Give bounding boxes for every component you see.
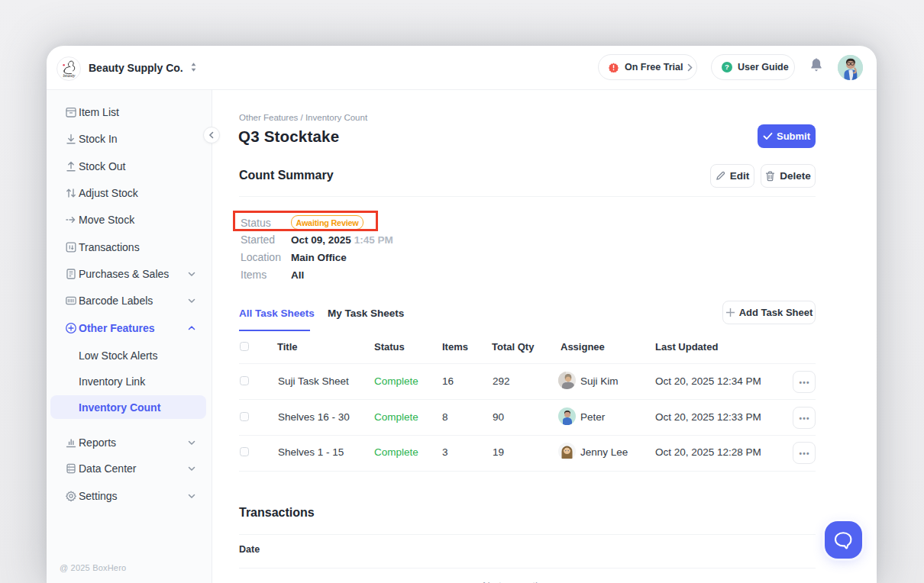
svg-text:beauty: beauty xyxy=(63,73,76,78)
svg-text:?: ? xyxy=(725,63,729,71)
